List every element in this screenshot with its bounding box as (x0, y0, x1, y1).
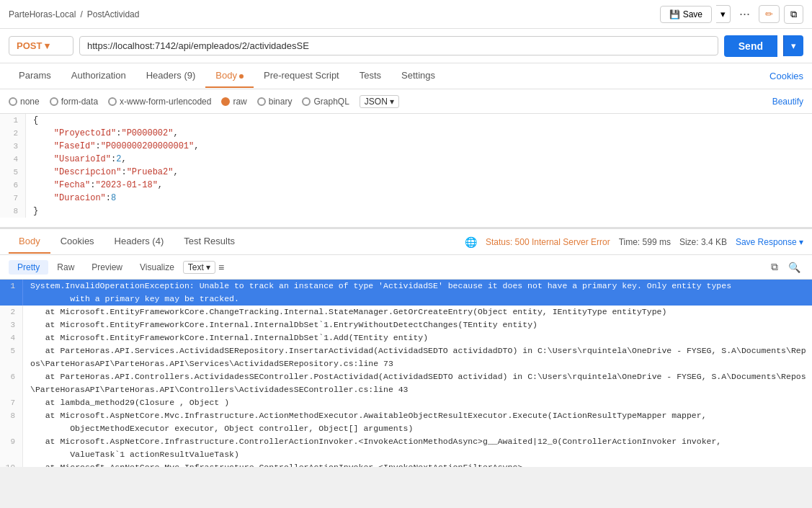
urlencoded-radio (108, 97, 117, 106)
code-line-5: 5 "Descripcion":"Prueba2", (0, 166, 812, 179)
code-line-8: 8 } (0, 205, 812, 218)
format-visualize[interactable]: Visualize (131, 260, 183, 275)
send-dropdown-button[interactable]: ▾ (783, 35, 803, 56)
breadcrumb-current: PostActividad (87, 9, 140, 19)
format-pretty[interactable]: Pretty (9, 260, 48, 275)
top-bar: ParteHoras-Local / PostActividad 💾 Save … (0, 0, 812, 29)
filter-icon-button[interactable]: ≡ (215, 260, 227, 275)
output-line-4: 4 at Microsoft.EntityFrameworkCore.Inter… (0, 331, 812, 344)
save-label: Save (683, 9, 702, 19)
body-type-graphql[interactable]: GraphQL (302, 97, 349, 107)
body-dot (239, 74, 244, 79)
output-line-7: 7 at lambda_method29(Closure , Object ) (0, 396, 812, 409)
save-response-button[interactable]: Save Response ▾ (736, 237, 803, 247)
code-line-7: 7 "Duracion":8 (0, 192, 812, 205)
output-line-5: 5 at ParteHoras.API.Services.ActividadSE… (0, 344, 812, 370)
response-right-icons: ⧉ 🔍 (768, 259, 803, 275)
response-formats: Pretty Raw Preview Visualize Text ▾ ≡ (9, 260, 227, 275)
json-label: JSON (365, 97, 388, 107)
urlencoded-label: x-www-form-urlencoded (120, 97, 211, 107)
output-line-8: 8 at Microsoft.AspNetCore.Mvc.Infrastruc… (0, 409, 812, 435)
save-dropdown-button[interactable]: ▾ (716, 5, 731, 23)
body-type-formdata[interactable]: form-data (50, 97, 98, 107)
response-status: 🌐 Status: 500 Internal Server Error Time… (465, 236, 803, 248)
tab-prerequest[interactable]: Pre-request Script (254, 64, 349, 88)
binary-radio (257, 97, 266, 106)
resp-tab-testresults[interactable]: Test Results (174, 230, 245, 254)
size-text: Size: 3.4 KB (679, 237, 727, 247)
text-format-select[interactable]: Text ▾ (183, 261, 215, 274)
output-line-9: 9 at Microsoft.AspNetCore.Infrastructure… (0, 435, 812, 461)
code-editor: 1 { 2 "ProyectoId":"P0000002", 3 "FaseId… (0, 114, 812, 229)
graphql-radio (302, 97, 311, 106)
url-bar: POST ▾ Send ▾ (0, 29, 812, 63)
url-input[interactable] (79, 36, 718, 55)
none-radio (9, 97, 17, 106)
tab-headers[interactable]: Headers (9) (136, 64, 206, 88)
breadcrumb: ParteHoras-Local / PostActividad (9, 9, 139, 19)
body-types: none form-data x-www-form-urlencoded raw… (9, 95, 399, 108)
body-type-row: none form-data x-www-form-urlencoded raw… (0, 89, 812, 114)
response-tabs: Body Cookies Headers (4) Test Results (9, 230, 245, 254)
code-line-3: 3 "FaseId":"P000000200000001", (0, 140, 812, 153)
save-icon: 💾 (669, 9, 680, 19)
output-line-6: 6 at ParteHoras.API.Controllers.Activida… (0, 370, 812, 396)
more-options-button[interactable]: ··· (735, 5, 754, 23)
time-text: Time: 599 ms (619, 237, 671, 247)
text-dropdown-icon: ▾ (206, 262, 210, 272)
copy-button[interactable]: ⧉ (784, 5, 803, 24)
cookies-link[interactable]: Cookies (769, 71, 803, 81)
edit-button[interactable]: ✏ (759, 5, 780, 23)
tab-settings[interactable]: Settings (391, 64, 445, 88)
code-line-2: 2 "ProyectoId":"P0000002", (0, 127, 812, 140)
tab-params[interactable]: Params (9, 64, 61, 88)
none-label: none (20, 97, 40, 107)
raw-label: raw (233, 97, 246, 107)
resp-tab-body[interactable]: Body (9, 230, 50, 254)
json-dropdown-icon: ▾ (390, 97, 394, 107)
tab-tests[interactable]: Tests (349, 64, 391, 88)
body-type-none[interactable]: none (9, 97, 40, 107)
send-button[interactable]: Send (724, 35, 777, 57)
tabs-row: Params Authorization Headers (9) Body Pr… (0, 63, 812, 89)
output-line-1: 1 System.InvalidOperationException: Unab… (0, 280, 812, 306)
json-format-select[interactable]: JSON ▾ (360, 95, 399, 108)
format-raw[interactable]: Raw (48, 260, 83, 275)
request-tabs: Params Authorization Headers (9) Body Pr… (9, 64, 445, 88)
globe-icon: 🌐 (465, 236, 477, 248)
formdata-label: form-data (61, 97, 98, 107)
output-line-3: 3 at Microsoft.EntityFrameworkCore.Inter… (0, 318, 812, 331)
beautify-button[interactable]: Beautify (772, 97, 803, 107)
graphql-label: GraphQL (313, 97, 349, 107)
body-type-urlencoded[interactable]: x-www-form-urlencoded (108, 97, 211, 107)
code-line-4: 4 "UsuarioId":2, (0, 153, 812, 166)
raw-radio (221, 97, 230, 106)
resp-tab-headers[interactable]: Headers (4) (104, 230, 174, 254)
output-area: 1 System.InvalidOperationException: Unab… (0, 280, 812, 467)
body-type-binary[interactable]: binary (257, 97, 293, 107)
code-line-1: 1 { (0, 114, 812, 127)
top-bar-actions: 💾 Save ▾ ··· ✏ ⧉ (660, 5, 803, 24)
method-select[interactable]: POST ▾ (9, 36, 73, 55)
tab-authorization[interactable]: Authorization (61, 64, 136, 88)
resp-tab-cookies[interactable]: Cookies (50, 230, 104, 254)
method-dropdown-icon: ▾ (45, 40, 50, 51)
body-type-raw[interactable]: raw (221, 97, 246, 107)
search-response-button[interactable]: 🔍 (785, 260, 803, 275)
output-line-10: 10 at Microsoft.AspNetCore.Mvc.Infrastru… (0, 461, 812, 467)
response-header: Body Cookies Headers (4) Test Results 🌐 … (0, 229, 812, 255)
code-line-6: 6 "Fecha":"2023-01-18", (0, 179, 812, 192)
breadcrumb-sep: / (80, 9, 82, 19)
binary-label: binary (269, 97, 293, 107)
method-label: POST (17, 40, 42, 51)
save-button[interactable]: 💾 Save (660, 6, 712, 23)
format-preview[interactable]: Preview (83, 260, 131, 275)
formdata-radio (50, 97, 58, 106)
tab-body[interactable]: Body (205, 64, 254, 88)
response-format-row: Pretty Raw Preview Visualize Text ▾ ≡ ⧉ … (0, 255, 812, 280)
text-label: Text (188, 262, 204, 272)
breadcrumb-part1: ParteHoras-Local (9, 9, 76, 19)
copy-response-button[interactable]: ⧉ (768, 259, 781, 275)
output-line-2: 2 at Microsoft.EntityFrameworkCore.Chang… (0, 306, 812, 318)
status-text: Status: 500 Internal Server Error (486, 237, 610, 247)
